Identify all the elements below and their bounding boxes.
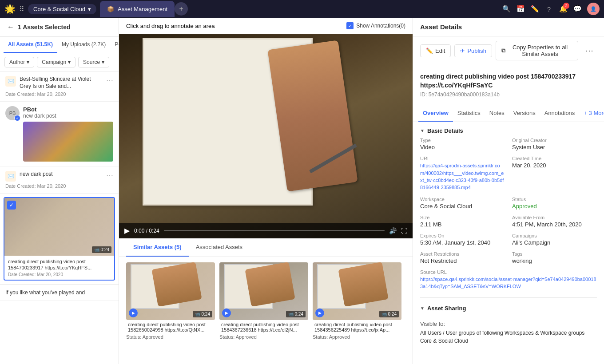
video-duration-badge: 📹 0:24 [92,246,111,253]
similar-item-status: Status: Approved [313,334,401,340]
similar-asset-item[interactable]: 📹 0:24 ▶ creating direct publishing vide… [219,262,308,340]
more-actions-button[interactable]: ⋯ [582,44,597,57]
thumb-play-icon[interactable]: ▶ [129,309,138,317]
back-button[interactable]: ← [7,23,14,31]
thumb-play-icon[interactable]: ▶ [315,309,324,317]
brand-label: Core & Social Cloud [33,6,85,12]
filter-row: Author ▾ Campaign ▾ Source ▾ [0,53,119,71]
list-item[interactable]: ✓ 📹 0:24 creating direct publishing vide… [0,194,119,285]
item-more-button[interactable]: ⋯ [106,171,113,179]
similar-tabs-row: Similar Assets (5) Associated Assets [119,238,413,257]
thumb-duration: 0:24 [388,312,397,317]
basic-details-section-header[interactable]: ▼ Basic Details [420,122,597,138]
thumb-camera-icon: 📹 [288,312,294,317]
item-more-button[interactable]: ⋯ [106,76,113,84]
new-tab-button[interactable]: + [175,2,188,16]
annotations-checkbox[interactable]: ✓ [346,22,354,29]
list-item[interactable]: If you like what you've played and [0,285,119,301]
help-icon[interactable]: ? [544,4,553,13]
field-tags: Tags working [512,251,597,264]
edit-pencil-icon: ✏️ [426,47,433,54]
tab-my-uploads[interactable]: My Uploads (2.7K) [57,37,110,53]
show-annotations-toggle[interactable]: ✓ Show Annotations(0) [346,22,405,29]
main-layout: ← 1 Assets Selected All Assets (51.5K) M… [0,18,604,364]
source-url-value[interactable]: https://space.qa4.sprinklr.com/social/as… [420,277,596,289]
tab-more[interactable]: + 3 More [579,105,604,122]
similar-asset-item[interactable]: 📹 0:24 ▶ creating direct publishing vide… [126,262,215,340]
user-avatar[interactable]: 👤 [587,3,600,15]
edit-button[interactable]: ✏️ Edit [420,44,451,57]
avatar-badge-icon: ✓ [14,115,20,121]
selected-asset-item[interactable]: ✓ 📹 0:24 creating direct publishing vide… [4,197,115,281]
filter-author-chevron-icon: ▾ [27,59,29,65]
expires-on-value: 5:30 AM, January 1st, 2040 [420,239,505,246]
filter-source[interactable]: Source ▾ [78,57,109,67]
edit-label: Edit [435,47,445,54]
list-item[interactable]: PB ✓ PBot new dark post [0,102,119,166]
edit-icon[interactable]: ✏️ [530,4,539,13]
workspace-value: Core & Social Cloud [420,203,505,210]
tab-associated-assets[interactable]: Associated Assets [189,238,250,257]
video-content [119,34,413,238]
publish-button[interactable]: ✈ Publish [454,44,492,57]
video-player-area: ▶ 0:00 / 0:24 🔊 ⛶ [119,34,413,238]
duration-label: 0:24 [101,247,109,252]
messages-icon[interactable]: 💬 [573,4,582,13]
filter-campaign-chevron-icon: ▾ [68,59,71,65]
tab-versions[interactable]: Versions [509,105,540,122]
top-navigation: 🌟 ⠿ Core & Social Cloud ▾ 📦 Asset Manage… [0,0,604,18]
created-time-value: Mar 20, 2020 [512,162,597,169]
similar-item-title: creating direct publishing video post 15… [313,320,401,334]
search-icon[interactable]: 🔍 [502,4,511,13]
tab-similar-assets[interactable]: Similar Assets (5) [126,238,189,257]
assets-selected-label: 1 Assets Selected [18,24,71,31]
similar-item-title: creating direct publishing video post 15… [126,320,215,334]
list-item[interactable]: ✉️ new dark post ⋯ Date Created: Mar 20,… [0,166,119,194]
brand-selector[interactable]: Core & Social Cloud ▾ [28,4,96,14]
field-original-creator: Original Creator System User [512,138,597,150]
nav-icon-group: 🔍 📅 ✏️ ? 🔔 2 💬 👤 [502,3,600,15]
fullscreen-icon[interactable]: ⛶ [401,227,407,234]
list-item[interactable]: ✉️ Best-Selling Skincare at Violet Grey … [0,71,119,102]
field-created-time: Created Time Mar 20, 2020 [512,156,597,191]
asset-sharing-section-header[interactable]: ▼ Asset Sharing [420,300,597,315]
thumb-arm [151,262,202,306]
filter-author[interactable]: Author ▾ [4,57,34,67]
asset-details-title: Asset Details [413,18,604,36]
section-caret-icon: ▼ [420,128,425,133]
nav-tab-asset-management[interactable]: 📦 Asset Management [100,1,175,17]
sharing-value: All Users / User groups of following Wor… [420,329,597,345]
tab-po[interactable]: Po... [110,37,119,53]
app-switcher-icon[interactable]: ⠿ [19,5,24,13]
url-value[interactable]: https://qa4-sprodm-assets.sprinklr.com/4… [420,163,504,190]
asset-restrictions-value: Not Restricted [420,257,505,264]
tab-overview[interactable]: Overview [418,105,453,122]
author-name: PBot [23,106,113,113]
tab-annotations[interactable]: Annotations [540,105,580,122]
annotation-bar: Click and drag to annotate an area ✓ Sho… [119,18,413,34]
video-progress-bar[interactable] [164,230,385,231]
thumb-play-icon[interactable]: ▶ [222,309,231,317]
notifications-icon[interactable]: 🔔 2 [559,4,568,13]
tab-statistics[interactable]: Statistics [453,105,485,122]
tab-all-assets[interactable]: All Assets (51.5K) [4,37,57,53]
post-title: new dark post [23,113,113,119]
section-divider [420,297,597,298]
similar-thumb-2: 📹 0:24 ▶ [219,262,308,320]
tab-notes[interactable]: Notes [485,105,509,122]
thumb-duration: 0:24 [295,312,303,317]
play-button[interactable]: ▶ [124,226,130,235]
filter-campaign[interactable]: Campaign ▾ [37,57,76,67]
filter-author-label: Author [9,59,25,65]
selection-checkbox[interactable]: ✓ [7,201,16,210]
show-annotations-label: Show Annotations(0) [356,23,405,29]
panel-header: ← 1 Assets Selected [0,18,119,37]
volume-icon[interactable]: 🔊 [389,227,397,234]
item-title: If you like what you've played and [5,289,85,296]
similar-asset-item[interactable]: 📹 0:24 ▶ creating direct publishing vide… [313,262,401,340]
asset-item-title: creating direct publishing video post 15… [8,258,111,271]
calendar-icon[interactable]: 📅 [516,4,525,13]
right-panel: Asset Details ✏️ Edit ✈ Publish ⧉ Copy P… [413,18,604,364]
action-bar: ✏️ Edit ✈ Publish ⧉ Copy Properties to a… [413,36,604,65]
copy-properties-button[interactable]: ⧉ Copy Properties to all Similar Assets [496,41,578,60]
